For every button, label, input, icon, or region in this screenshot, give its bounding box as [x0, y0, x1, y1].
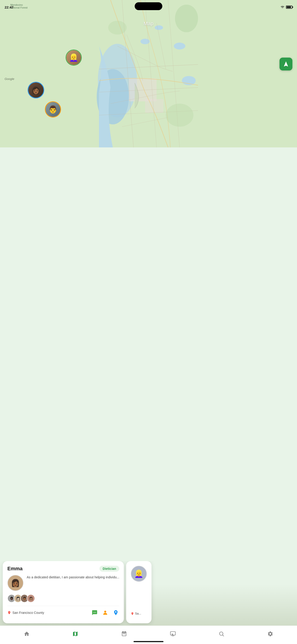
- status-bar: 22:47: [0, 0, 99, 12]
- map-avatar-marker-3[interactable]: 👨: [45, 101, 61, 118]
- marker-1-face: 👱‍♀️: [66, 50, 81, 65]
- google-logo: Google: [4, 77, 14, 80]
- marker-2-face: 👩🏾: [28, 82, 44, 98]
- map-avatar-marker-1[interactable]: 👱‍♀️: [66, 50, 82, 66]
- map-background: Map MendocinoNational Forest 👱‍♀️ 👩🏾 👨 G…: [0, 0, 99, 148]
- map-container[interactable]: Map MendocinoNational Forest 👱‍♀️ 👩🏾 👨 G…: [0, 0, 99, 148]
- marker-3-face: 👨: [46, 102, 60, 117]
- map-svg: [0, 0, 99, 148]
- map-avatar-marker-2[interactable]: 👩🏾: [28, 82, 44, 98]
- status-time: 22:47: [4, 5, 13, 9]
